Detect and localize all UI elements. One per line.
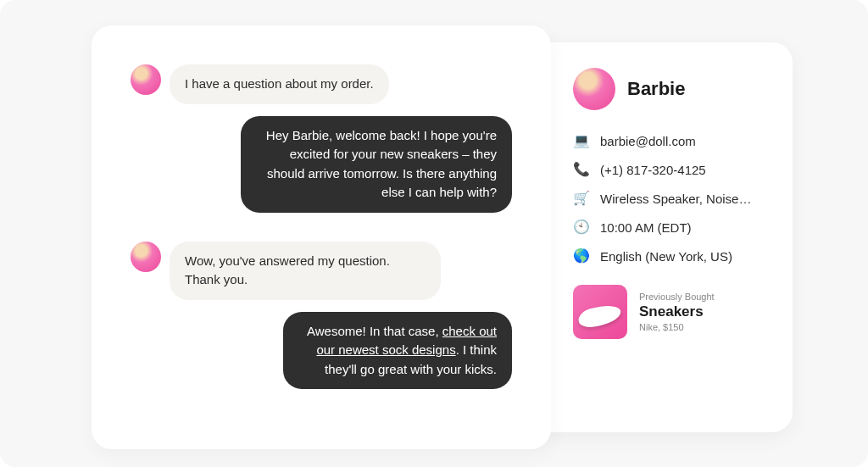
cart-icon: 🛒	[573, 190, 590, 207]
chat-bubble: Awesome! In that case, check out our new…	[283, 312, 512, 390]
profile-avatar[interactable]	[573, 68, 615, 110]
profile-info-list: 💻 barbie@doll.com 📞 (+1) 817-320-4125 🛒 …	[531, 132, 771, 264]
clock-icon: 🕙	[573, 219, 590, 236]
profile-locale-row: 🌎 English (New York, US)	[573, 247, 771, 264]
profile-locale: English (New York, US)	[600, 249, 771, 264]
chat-text: Hey Barbie, welcome back! I hope you're …	[266, 128, 497, 200]
chat-text: I have a question about my order.	[185, 76, 374, 91]
profile-product[interactable]: Previously Bought Sneakers Nike, $150	[531, 285, 771, 339]
chat-message-incoming: Wow, you've answered my question. Thank …	[131, 242, 512, 300]
profile-cart: Wireless Speaker, Noise…	[600, 192, 771, 206]
globe-icon: 🌎	[573, 247, 590, 264]
chat-text-pre: Awesome! In that case,	[307, 324, 442, 338]
chat-message-outgoing: Awesome! In that case, check out our new…	[131, 312, 512, 390]
profile-header: Barbie	[531, 68, 771, 110]
chat-card: I have a question about my order. Hey Ba…	[92, 25, 551, 449]
product-caption: Previously Bought	[639, 292, 715, 302]
profile-time: 10:00 AM (EDT)	[600, 220, 771, 235]
laptop-icon: 💻	[573, 132, 590, 149]
profile-time-row: 🕙 10:00 AM (EDT)	[573, 219, 771, 236]
customer-avatar[interactable]	[131, 64, 161, 95]
product-thumbnail	[573, 285, 627, 339]
chat-bubble: Hey Barbie, welcome back! I hope you're …	[241, 116, 512, 213]
profile-cart-row[interactable]: 🛒 Wireless Speaker, Noise…	[573, 190, 771, 207]
app-canvas: Barbie 💻 barbie@doll.com 📞 (+1) 817-320-…	[0, 0, 868, 467]
customer-avatar[interactable]	[131, 242, 161, 272]
chat-bubble: Wow, you've answered my question. Thank …	[170, 242, 441, 300]
profile-phone: (+1) 817-320-4125	[600, 163, 771, 177]
profile-card: Barbie 💻 barbie@doll.com 📞 (+1) 817-320-…	[509, 42, 793, 432]
product-sub: Nike, $150	[639, 322, 715, 332]
phone-icon: 📞	[573, 161, 590, 178]
profile-name: Barbie	[627, 78, 685, 100]
profile-email: barbie@doll.com	[600, 134, 771, 148]
profile-phone-row[interactable]: 📞 (+1) 817-320-4125	[573, 161, 771, 178]
chat-message-outgoing: Hey Barbie, welcome back! I hope you're …	[131, 116, 512, 213]
product-title: Sneakers	[639, 303, 715, 320]
product-meta: Previously Bought Sneakers Nike, $150	[639, 292, 715, 332]
chat-text: Wow, you've answered my question. Thank …	[185, 253, 390, 287]
chat-message-incoming: I have a question about my order.	[131, 64, 512, 104]
chat-bubble: I have a question about my order.	[170, 64, 389, 104]
profile-email-row[interactable]: 💻 barbie@doll.com	[573, 132, 771, 149]
